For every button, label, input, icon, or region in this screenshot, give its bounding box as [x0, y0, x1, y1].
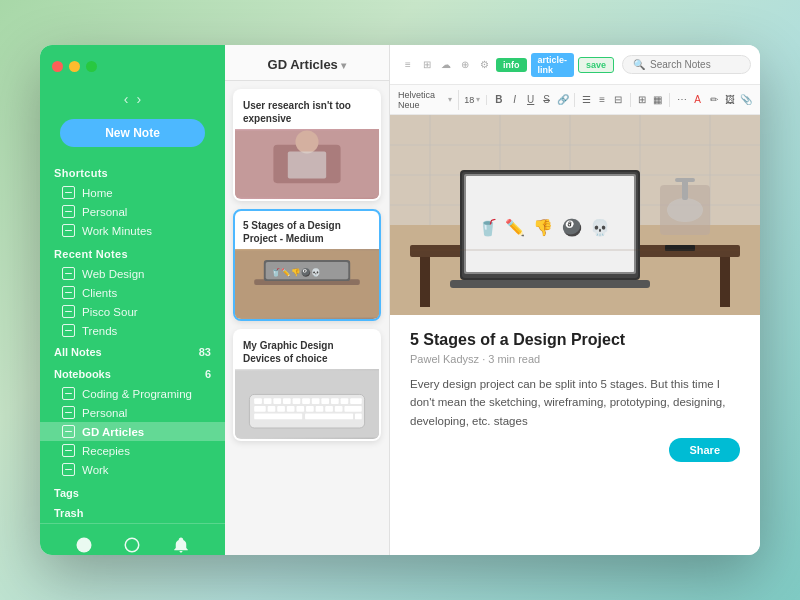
sidebar-item-trends[interactable]: Trends	[40, 321, 225, 340]
sidebar-item-coding[interactable]: Coding & Programing	[40, 384, 225, 403]
svg-text:💀: 💀	[590, 218, 610, 237]
close-button[interactable]	[52, 61, 63, 72]
article-hero-image: 🥤 ✏️ 👎 🎱 💀	[390, 115, 760, 315]
sidebar-item-label: Clients	[82, 287, 117, 299]
image-button[interactable]: 🖼	[723, 92, 736, 108]
shortcuts-section-label: Shortcuts	[40, 159, 225, 183]
note-icon	[62, 387, 75, 400]
font-size-selector[interactable]: 18 ▾	[464, 95, 487, 105]
sidebar-item-work[interactable]: Work	[40, 460, 225, 479]
forward-arrow[interactable]: ›	[137, 91, 142, 107]
svg-rect-17	[283, 398, 291, 404]
sidebar-item-label: Coding & Programing	[82, 388, 192, 400]
svg-point-1	[126, 538, 140, 552]
note-icon	[62, 444, 75, 457]
sidebar-item-work-minutes[interactable]: Work Minutes	[40, 221, 225, 240]
sidebar-item-label: Recepies	[82, 445, 130, 457]
divider-2	[630, 93, 631, 107]
font-selector[interactable]: Helvetica Neue ▾	[398, 90, 459, 110]
sidebar-item-web-design[interactable]: Web Design	[40, 264, 225, 283]
color-button[interactable]: A	[691, 92, 704, 108]
strikethrough-button[interactable]: S	[540, 92, 553, 108]
sidebar-item-recepies[interactable]: Recepies	[40, 441, 225, 460]
sidebar-item-clients[interactable]: Clients	[40, 283, 225, 302]
font-size-label: 18	[464, 95, 474, 105]
tag-save[interactable]: save	[578, 57, 614, 73]
sidebar-item-personal[interactable]: Personal	[40, 202, 225, 221]
bell-icon[interactable]	[170, 534, 192, 555]
dropdown-arrow-icon[interactable]: ▾	[341, 60, 346, 71]
toolbar-icon-1[interactable]: ≡	[400, 57, 416, 73]
bold-button[interactable]: B	[492, 92, 505, 108]
sidebar-item-home[interactable]: Home	[40, 183, 225, 202]
share-button[interactable]: Share	[669, 438, 740, 462]
svg-rect-23	[341, 398, 349, 404]
list-button[interactable]: ☰	[580, 92, 593, 108]
svg-rect-20	[312, 398, 320, 404]
sidebar-item-pisco-sour[interactable]: Pisco Sour	[40, 302, 225, 321]
svg-rect-60	[450, 280, 650, 288]
note-icon	[62, 267, 75, 280]
minimize-button[interactable]	[69, 61, 80, 72]
note-card-title-1: User research isn't too expensive	[235, 91, 379, 129]
notebooks-label: Notebooks	[54, 368, 111, 380]
toolbar-icon-3[interactable]: ☁	[438, 57, 454, 73]
toolbar-icons: ≡ ⊞ ☁ ⊕ ⚙	[400, 57, 492, 73]
new-note-button[interactable]: New Note	[60, 119, 205, 147]
sidebar-item-label: Work Minutes	[82, 225, 152, 237]
sidebar-item-gd-articles[interactable]: GD Articles	[40, 422, 225, 441]
svg-rect-33	[335, 406, 343, 412]
note-card-2[interactable]: 5 Stages of a Design Project - Medium 🥤✏…	[233, 209, 381, 321]
note-card-3[interactable]: My Graphic Design Devices of choice	[233, 329, 381, 441]
search-box[interactable]: 🔍	[622, 55, 751, 74]
attachment-button[interactable]: 📎	[739, 92, 752, 108]
svg-rect-35	[254, 414, 302, 420]
svg-rect-19	[302, 398, 310, 404]
middle-title: GD Articles ▾	[237, 57, 377, 72]
underline-button[interactable]: U	[524, 92, 537, 108]
svg-rect-21	[321, 398, 329, 404]
svg-rect-30	[306, 406, 314, 412]
note-card-1[interactable]: User research isn't too expensive	[233, 89, 381, 201]
maximize-button[interactable]	[86, 61, 97, 72]
circle-icon[interactable]	[121, 534, 143, 555]
more-options-button[interactable]: ⋯	[675, 92, 688, 108]
tag-article-link[interactable]: article-link	[531, 53, 575, 77]
link-button[interactable]: 🔗	[556, 92, 569, 108]
toolbar-icon-4[interactable]: ⊕	[457, 57, 473, 73]
chevron-down-icon: ▾	[448, 95, 452, 104]
svg-text:👎: 👎	[533, 218, 553, 237]
titlebar	[40, 45, 225, 87]
toolbar-icon-5[interactable]: ⚙	[476, 57, 492, 73]
svg-rect-34	[344, 406, 361, 412]
ordered-list-button[interactable]: ≡	[596, 92, 609, 108]
toolbar-icon-2[interactable]: ⊞	[419, 57, 435, 73]
home-bottom-icon[interactable]	[73, 534, 95, 555]
sidebar-item-label: Trends	[82, 325, 117, 337]
note-card-image-1	[235, 129, 379, 199]
table-button[interactable]: ▦	[651, 92, 664, 108]
sidebar-item-label: Work	[82, 464, 109, 476]
indent-button[interactable]: ⊟	[612, 92, 625, 108]
svg-rect-31	[316, 406, 324, 412]
italic-button[interactable]: I	[508, 92, 521, 108]
back-arrow[interactable]: ‹	[124, 91, 129, 107]
svg-point-0	[77, 538, 92, 553]
search-input[interactable]	[650, 59, 740, 70]
font-family-label: Helvetica Neue	[398, 90, 446, 110]
highlight-button[interactable]: ✏	[707, 92, 720, 108]
svg-point-4	[295, 130, 318, 153]
tag-info[interactable]: info	[496, 58, 527, 72]
svg-rect-50	[720, 257, 730, 307]
notebooks-count: 6	[205, 368, 211, 380]
svg-text:✏️: ✏️	[505, 218, 525, 237]
sidebar-item-personal-nb[interactable]: Personal	[40, 403, 225, 422]
svg-rect-14	[254, 398, 262, 404]
trash-label: Trash	[40, 503, 225, 523]
note-card-image-2: 🥤✏️👎🎱💀	[235, 249, 379, 319]
all-notes-label: All Notes	[54, 346, 102, 358]
align-button[interactable]: ⊞	[636, 92, 649, 108]
svg-rect-29	[296, 406, 304, 412]
note-icon	[62, 186, 75, 199]
note-icon	[62, 305, 75, 318]
